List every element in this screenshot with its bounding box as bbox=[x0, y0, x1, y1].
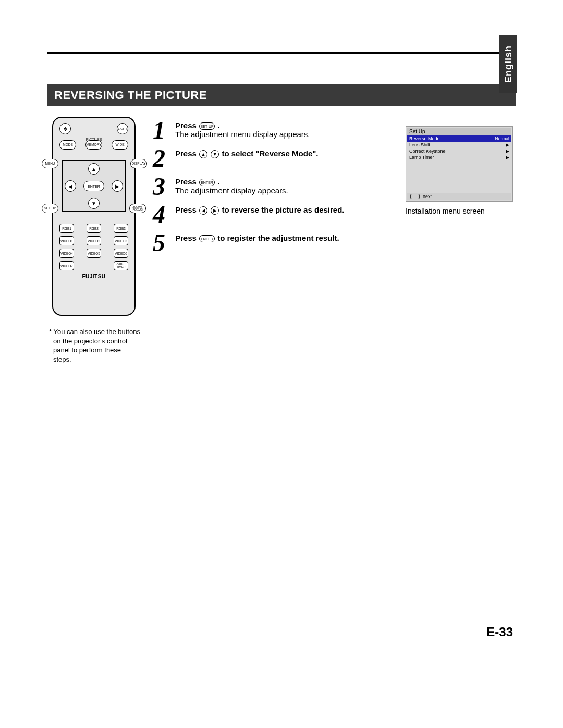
step-number: 5 bbox=[150, 230, 168, 255]
menu-header: Set Up bbox=[407, 128, 511, 135]
setup-icon: SET UP bbox=[199, 122, 215, 130]
rgb2-button: RGB2 bbox=[87, 224, 101, 233]
right-arrow-icon: ▶ bbox=[211, 206, 219, 215]
menu-row-lens-shift: Lens Shift ▶ bbox=[407, 142, 511, 148]
menu-button: MENU bbox=[42, 159, 58, 168]
step-4: 4 Press ◀ ▶ to reverse the picture as de… bbox=[150, 202, 396, 227]
menu-row-lamp-timer: Lamp Timer ▶ bbox=[407, 154, 511, 161]
up-arrow-icon: ▲ bbox=[199, 150, 207, 158]
menu-row-reverse-mode: Reverse Mode Normal bbox=[407, 135, 511, 142]
step-body-text: The adjustment menu display appears. bbox=[175, 130, 310, 139]
remote-column: ⏻ LIGHT PICTURE MODE MEMORY WIDE MENU DI… bbox=[47, 117, 141, 364]
page-number: E-33 bbox=[486, 625, 513, 639]
video4-button: VIDEO4 bbox=[59, 249, 74, 258]
dpad-right: ▶ bbox=[112, 180, 123, 192]
remote-note: * You can also use the buttons on the pr… bbox=[47, 327, 141, 364]
video6-button: VIDEO6 bbox=[114, 249, 128, 258]
language-tab: English bbox=[499, 35, 517, 93]
menu-row-label: Lens Shift bbox=[409, 142, 430, 147]
enter-icon: ENTER bbox=[199, 179, 215, 186]
step-body-text: The adjustment display appears. bbox=[175, 186, 288, 195]
page: English REVERSING THE PICTURE ⏻ LIGHT PI… bbox=[0, 0, 563, 728]
mode-button: MODE bbox=[59, 140, 76, 150]
dpad-up: ▲ bbox=[88, 163, 100, 175]
video1-button: VIDEO1 bbox=[59, 236, 74, 245]
off-timer-button: OFF- TIMER bbox=[114, 261, 128, 270]
step-3: 3 Press ENTER . The adjustment display a… bbox=[150, 174, 396, 199]
menu-row-label: Correct Keystone bbox=[409, 149, 446, 154]
step-tail: to reverse the picture as desired. bbox=[222, 205, 344, 214]
display-button: DISPLAY bbox=[130, 159, 147, 168]
power-button: ⏻ bbox=[59, 123, 71, 134]
memory-button: MEMORY bbox=[85, 140, 102, 150]
menu-column: Set Up Reverse Mode Normal Lens Shift ▶ … bbox=[406, 126, 516, 364]
zoom-focus-button: ZOOM/ FOCUS bbox=[129, 204, 146, 213]
menu-footer: next bbox=[407, 193, 511, 200]
remote-brand: FUJITSU bbox=[59, 274, 128, 279]
rgb1-button: RGB1 bbox=[59, 224, 74, 233]
menu-row-label: Lamp Timer bbox=[409, 155, 434, 160]
dpad: ▲ ▼ ◀ ▶ ENTER bbox=[62, 160, 126, 212]
video2-button: VIDEO2 bbox=[87, 236, 101, 245]
light-button: LIGHT bbox=[117, 123, 128, 134]
menu-row-value: ▶ bbox=[506, 155, 509, 160]
step-number: 1 bbox=[150, 118, 168, 143]
menu-row-value: ▶ bbox=[506, 149, 509, 154]
wide-button: WIDE bbox=[112, 140, 128, 150]
nav-icon bbox=[410, 194, 420, 199]
top-rule bbox=[47, 52, 516, 54]
step-lead: Press bbox=[175, 205, 197, 214]
video7-button: VIDEO7 bbox=[59, 261, 74, 270]
content-row: ⏻ LIGHT PICTURE MODE MEMORY WIDE MENU DI… bbox=[47, 117, 516, 364]
menu-row-value: ▶ bbox=[506, 142, 509, 147]
menu-row-keystone: Correct Keystone ▶ bbox=[407, 148, 511, 154]
step-number: 3 bbox=[150, 174, 168, 199]
dpad-left: ◀ bbox=[65, 180, 76, 192]
step-tail: to select "Reverse Mode". bbox=[222, 149, 318, 158]
step-number: 4 bbox=[150, 202, 168, 227]
step-number: 2 bbox=[150, 146, 168, 171]
enter-icon: ENTER bbox=[199, 235, 215, 242]
menu-caption: Installation menu screen bbox=[406, 207, 516, 215]
step-2: 2 Press ▲ ▼ to select "Reverse Mode". bbox=[150, 146, 396, 171]
video5-button: VIDEO5 bbox=[87, 249, 101, 258]
dpad-down: ▼ bbox=[88, 198, 100, 209]
step-5: 5 Press ENTER to register the adjustment… bbox=[150, 230, 396, 255]
section-title: REVERSING THE PICTURE bbox=[47, 84, 516, 106]
step-lead: Press bbox=[175, 177, 197, 186]
video3-button: VIDEO3 bbox=[114, 236, 128, 245]
dpad-enter: ENTER bbox=[83, 181, 104, 191]
step-tail: . bbox=[217, 121, 219, 130]
steps-column: 1 Press SET UP . The adjustment menu dis… bbox=[150, 117, 396, 364]
step-1: 1 Press SET UP . The adjustment menu dis… bbox=[150, 118, 396, 143]
left-arrow-icon: ◀ bbox=[199, 206, 207, 215]
step-lead: Press bbox=[175, 233, 197, 242]
step-tail: . bbox=[217, 177, 219, 186]
down-arrow-icon: ▼ bbox=[211, 150, 219, 158]
menu-screen: Set Up Reverse Mode Normal Lens Shift ▶ … bbox=[406, 126, 513, 202]
menu-foot-text: next bbox=[423, 194, 432, 199]
remote-control: ⏻ LIGHT PICTURE MODE MEMORY WIDE MENU DI… bbox=[52, 117, 136, 316]
menu-row-value: Normal bbox=[495, 136, 509, 141]
rgb3-button: RGB3 bbox=[114, 224, 128, 233]
setup-button: SET UP bbox=[42, 204, 58, 213]
menu-row-label: Reverse Mode bbox=[409, 136, 440, 141]
step-lead: Press bbox=[175, 149, 197, 158]
step-lead: Press bbox=[175, 121, 197, 130]
step-tail: to register the adjustment result. bbox=[217, 233, 339, 242]
